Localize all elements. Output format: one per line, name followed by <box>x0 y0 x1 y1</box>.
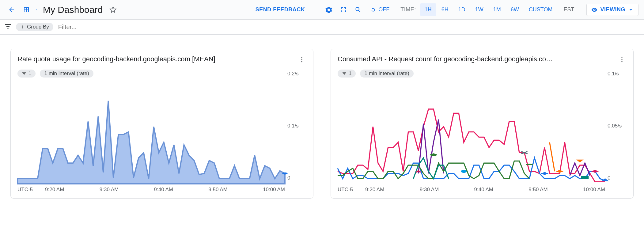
chart-area: 00.05/s0.1/s <box>338 80 627 184</box>
filter-icon <box>342 71 347 76</box>
card-menu-button[interactable] <box>617 55 627 65</box>
star-outline-icon <box>109 6 117 13</box>
interval-chip[interactable]: 1 min interval (rate) <box>360 70 413 78</box>
chart-area: 00.1/s0.2/s <box>17 80 306 184</box>
view-mode-button[interactable]: VIEWING <box>586 4 638 16</box>
x-tick: 9:40 AM <box>154 187 173 193</box>
y-tick: 0.2/s <box>287 71 299 77</box>
time-range-6w[interactable]: 6W <box>506 3 523 16</box>
x-axis-ticks: 9:20 AM9:30 AM9:40 AM9:50 AM10:00 AM <box>365 187 627 193</box>
timezone-button[interactable]: EST <box>559 3 578 16</box>
filter-row: Group By <box>0 20 644 35</box>
auto-refresh-toggle[interactable]: OFF <box>367 6 392 13</box>
x-tick: 9:50 AM <box>208 187 227 193</box>
x-tick: 10:00 AM <box>583 187 605 193</box>
refresh-icon <box>370 6 377 13</box>
grid-icon <box>23 6 30 13</box>
y-tick: 0 <box>287 175 290 181</box>
time-range-1h[interactable]: 1H <box>420 3 436 16</box>
chart-card-requests: Consumed API - Request count for geocodi… <box>331 49 634 199</box>
x-tick: 9:30 AM <box>420 187 439 193</box>
favorite-button[interactable] <box>107 4 119 16</box>
timezone-label: UTC-5 <box>17 187 45 193</box>
back-button[interactable] <box>6 4 18 16</box>
cards-area: Rate quota usage for geocoding-backend.g… <box>0 35 644 213</box>
x-axis: UTC-5 9:20 AM9:30 AM9:40 AM9:50 AM10:00 … <box>338 184 627 193</box>
x-axis: UTC-5 9:20 AM9:30 AM9:40 AM9:50 AM10:00 … <box>17 184 306 193</box>
dashboard-layout-button[interactable] <box>20 4 32 16</box>
filter-count-chip[interactable]: 1 <box>338 70 356 78</box>
x-tick: 9:20 AM <box>365 187 384 193</box>
y-axis-labels: 00.1/s0.2/s <box>285 80 306 184</box>
plus-icon <box>20 25 25 29</box>
time-range-custom[interactable]: CUSTOM <box>525 3 557 16</box>
time-range-label: TIME: <box>400 6 416 13</box>
chart-plot[interactable] <box>338 80 605 184</box>
time-range-group: 1H6H1D1W1M6WCUSTOM <box>420 3 557 16</box>
dashboard-picker-dropdown[interactable] <box>33 4 40 16</box>
fullscreen-icon <box>340 6 347 13</box>
filter-count-label: 1 <box>349 70 351 77</box>
more-vert-icon <box>619 56 625 63</box>
group-by-chip[interactable]: Group By <box>16 23 53 31</box>
more-vert-icon <box>298 56 305 63</box>
search-icon <box>354 6 362 13</box>
y-tick: 0.1/s <box>608 71 619 77</box>
fullscreen-button[interactable] <box>337 4 350 16</box>
time-range-6h[interactable]: 6H <box>437 3 453 16</box>
eye-icon <box>591 6 598 13</box>
chart-plot[interactable] <box>17 80 285 184</box>
caret-down-icon <box>35 6 38 13</box>
interval-chip-label: 1 min interval (rate) <box>44 70 89 77</box>
y-tick: 0 <box>608 175 610 181</box>
y-tick: 0.1/s <box>287 123 299 129</box>
timezone-label: UTC-5 <box>338 187 365 193</box>
view-mode-label: VIEWING <box>600 6 625 13</box>
x-tick: 9:20 AM <box>45 187 64 193</box>
x-tick: 9:50 AM <box>528 187 547 193</box>
chart-title: Rate quota usage for geocoding-backend.g… <box>17 55 294 63</box>
y-tick: 0.05/s <box>608 123 622 129</box>
filter-count-chip[interactable]: 1 <box>17 70 36 78</box>
caret-down-icon <box>628 7 634 13</box>
settings-button[interactable] <box>323 4 335 16</box>
search-button[interactable] <box>352 4 364 16</box>
x-axis-ticks: 9:20 AM9:30 AM9:40 AM9:50 AM10:00 AM <box>45 187 306 193</box>
toolbar: My Dashboard SEND FEEDBACK OFF TIME: 1H6… <box>0 0 644 20</box>
filter-input[interactable] <box>58 23 640 31</box>
page-title: My Dashboard <box>43 5 103 15</box>
chart-card-quota: Rate quota usage for geocoding-backend.g… <box>10 49 313 199</box>
time-range-1w[interactable]: 1W <box>471 3 488 16</box>
auto-refresh-label: OFF <box>378 6 389 13</box>
x-tick: 9:40 AM <box>474 187 493 193</box>
time-range-1m[interactable]: 1M <box>489 3 505 16</box>
chart-title: Consumed API - Request count for geocodi… <box>338 55 614 63</box>
interval-chip-label: 1 min interval (rate) <box>364 70 409 77</box>
group-by-chip-label: Group By <box>27 24 49 30</box>
interval-chip[interactable]: 1 min interval (rate) <box>40 70 93 78</box>
filter-list-icon <box>4 23 12 31</box>
send-feedback-button[interactable]: SEND FEEDBACK <box>250 6 311 13</box>
time-range-1d[interactable]: 1D <box>454 3 470 16</box>
gear-icon <box>325 6 332 13</box>
x-tick: 10:00 AM <box>263 187 285 193</box>
arrow-left-icon <box>8 6 15 13</box>
filter-icon <box>22 71 27 76</box>
card-menu-button[interactable] <box>297 55 306 65</box>
filter-count-label: 1 <box>28 70 31 77</box>
y-axis-labels: 00.05/s0.1/s <box>605 80 627 184</box>
x-tick: 9:30 AM <box>100 187 119 193</box>
